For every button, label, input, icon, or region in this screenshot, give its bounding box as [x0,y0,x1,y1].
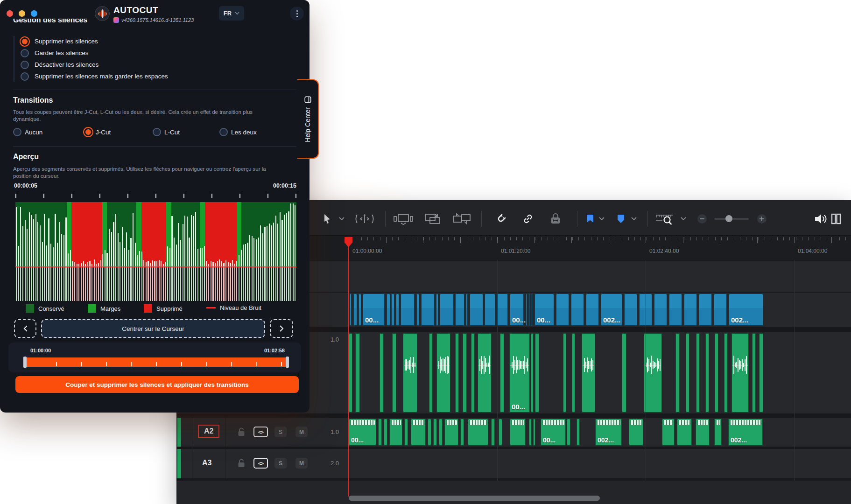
timeline-clip[interactable] [436,333,450,413]
timeline-clip[interactable] [403,333,417,413]
timeline-clip[interactable] [471,333,475,413]
timeline-clip[interactable] [355,333,360,413]
timeline-clip[interactable] [686,333,689,413]
timeline-clip[interactable]: 002... [729,294,763,326]
dynamic-trim-icon[interactable] [392,212,415,226]
timeline-clip[interactable] [391,294,394,326]
timeline-clip[interactable] [629,419,643,446]
zoom-slider-handle[interactable] [725,215,732,222]
radio-option[interactable]: Supprimer les silences mais garder les e… [13,70,168,82]
timeline-clip[interactable] [510,419,526,446]
timeline-clip[interactable] [526,294,527,326]
timeline-clip[interactable] [389,419,402,446]
timeline-clip[interactable] [359,294,361,326]
position-lock-icon[interactable] [548,212,563,226]
timeline-clip[interactable]: 00... [363,294,385,326]
timeline-clip[interactable] [436,294,438,326]
timeline-clip[interactable] [401,294,415,326]
timeline-clip[interactable] [485,294,495,326]
timeline-clip[interactable] [380,333,384,413]
timeline-clip[interactable] [466,294,468,326]
timeline-clip[interactable] [577,419,580,446]
timeline-clip[interactable] [378,419,382,446]
timeline-clip[interactable] [675,333,680,413]
timeline-clip[interactable] [535,333,539,413]
timeline-clip[interactable] [497,294,508,326]
swap-clips-icon[interactable] [423,212,443,226]
radio-option[interactable]: Désactiver les silences [13,59,168,70]
timeline-clip[interactable] [396,294,399,326]
radio-button[interactable] [84,128,92,136]
solo-button[interactable]: S [274,458,287,469]
range-end-handle[interactable] [286,357,289,368]
range-bar[interactable] [27,357,286,367]
timeline-clip[interactable] [731,333,749,413]
auto-track-selector-icon[interactable] [253,458,268,469]
center-on-cursor-button[interactable]: Centrer sur le Curseur [41,319,265,338]
timeline-clip[interactable] [529,419,532,446]
timeline-clip[interactable] [752,333,756,413]
track-a3-name[interactable]: A3 [202,459,211,467]
timeline-clip[interactable] [455,333,459,413]
timeline-clip[interactable] [724,333,728,413]
timeline-clip[interactable] [439,419,443,446]
horizontal-scrollbar[interactable] [349,496,600,501]
timeline-clip[interactable] [556,294,569,326]
zoom-window-button[interactable] [31,10,37,17]
timeline-clip[interactable]: 00... [541,419,566,446]
mute-button[interactable]: M [295,427,308,437]
track-lock-icon[interactable] [237,458,246,469]
apply-cuts-button[interactable]: Couper et supprimer les silences et appl… [15,376,299,393]
timeline-clip[interactable] [528,294,530,326]
radio-button[interactable] [21,72,29,81]
range-start-handle[interactable] [23,357,27,368]
preview-next-button[interactable] [270,319,293,338]
timeline-clip[interactable] [463,333,467,413]
track-a2-name[interactable]: A2 [198,425,219,438]
language-selector[interactable]: FR [219,6,244,21]
help-center-tab[interactable]: Help Center [297,79,319,159]
timeline-clip[interactable] [622,333,626,413]
radio-button[interactable] [21,61,29,69]
timeline-clip[interactable] [586,294,599,326]
timeline-clip[interactable] [677,419,692,446]
timeline-clip[interactable] [696,419,710,446]
swap-timeline-icon[interactable] [451,212,472,226]
timeline-clip[interactable] [444,419,458,446]
timeline-clip[interactable] [460,419,464,446]
radio-option[interactable]: L-Cut [153,128,180,136]
timeline-clip[interactable] [387,294,390,326]
zoom-in-button[interactable] [756,212,768,226]
timeline-clip[interactable] [572,333,575,413]
radio-button[interactable] [21,37,29,46]
marker-icon[interactable] [614,212,627,226]
timeline-clip[interactable]: 00... [509,333,530,413]
close-window-button[interactable] [7,10,13,17]
timeline-clip[interactable] [428,419,431,446]
snapping-magnet-icon[interactable] [493,212,509,226]
timeline-clip[interactable] [714,294,727,326]
waveform-preview[interactable] [15,202,296,301]
audio-monitor-icon[interactable] [813,212,829,226]
playhead-line[interactable] [348,237,349,497]
marker-chevron-icon[interactable] [629,212,639,226]
timeline-clip[interactable] [491,419,495,446]
timeline-clip[interactable] [455,294,464,326]
timeline-clip[interactable] [582,333,595,413]
timeline-clip[interactable] [468,419,488,446]
radio-button[interactable] [13,128,21,136]
timeline-clip[interactable] [500,333,504,413]
timeline-clip[interactable] [499,419,502,446]
auto-track-selector-icon[interactable] [253,427,268,437]
timeline-clip[interactable] [531,294,533,326]
minimize-window-button[interactable] [19,10,25,17]
timeline-clip[interactable] [421,294,435,326]
solo-button[interactable]: S [274,427,287,437]
radio-option[interactable]: Les deux [219,128,257,136]
timeline-clip[interactable] [624,294,637,326]
timeline-clip[interactable] [429,333,433,413]
track-lock-icon[interactable] [237,427,246,438]
timeline-clip[interactable]: 002... [595,419,622,446]
radio-option[interactable]: Garder les silences [13,47,168,59]
radio-option[interactable]: Aucun [13,128,42,136]
